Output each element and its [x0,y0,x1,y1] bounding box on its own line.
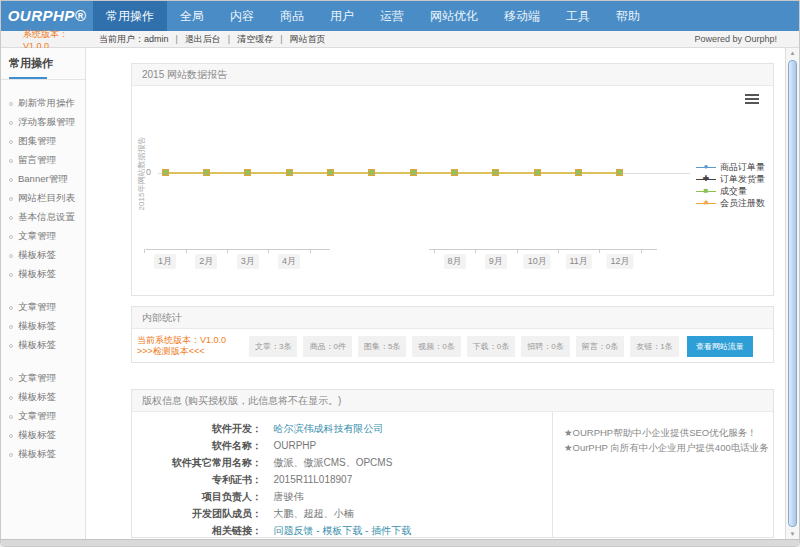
legend-item[interactable]: ★ 会员注册数 [696,197,765,209]
x-axis-label: 3月 [237,254,259,269]
nav-item[interactable]: 用户 [317,1,367,31]
bullet-icon [9,415,13,419]
nav-item[interactable]: 工具 [553,1,603,31]
current-version-label: 当前系统版本：V1.0.0 [137,335,249,346]
system-version-block: 当前系统版本：V1.0.0 >>>检测版本<<< [137,335,249,357]
sidebar: 常用操作 刷新常用操作浮动客服管理图集管理留言管理Banner管理网站栏目列表基… [1,48,86,539]
nav-menu: 常用操作全局内容商品用户运营网站优化移动端工具帮助 [93,1,653,31]
bullet-icon [9,396,13,400]
scroll-down-icon[interactable]: ▼ [786,531,799,537]
sidebar-item[interactable]: Banner管理 [1,170,85,189]
stat-badge: 友链：1条 [630,336,678,357]
legend-marker-icon: ■ [696,187,716,196]
statusbar-link[interactable]: 网站首页 [273,33,325,46]
sidebar-item[interactable]: 模板标签 [1,336,85,355]
chart-menu-icon[interactable] [745,94,759,106]
check-version-link[interactable]: >>>检测版本<<< [137,346,205,356]
sidebar-item[interactable]: 文章管理 [1,298,85,317]
scrollbar-thumb[interactable] [788,60,797,527]
data-point-marker [203,169,210,176]
copyright-row: 软件其它常用名称： 傲派、傲派CMS、OPCMS [132,453,552,470]
x-axis-segment [429,249,657,250]
data-point-marker [327,169,334,176]
legend-item[interactable]: ✚ 订单发货量 [696,173,765,185]
copyright-row-label: 专利证书： [132,472,262,487]
statusbar-link[interactable]: 退出后台 [169,33,221,46]
legend-marker-icon: ✚ [696,175,716,184]
data-point-marker [451,169,458,176]
window-bottom-frame [1,539,799,546]
scroll-up-icon[interactable]: ▲ [786,50,799,56]
x-axis-label: 1月 [154,254,176,269]
bullet-icon [9,102,13,106]
stat-badges: 文章：3条商品：0件图集：5条视频：0条下载：0条招聘：0条留言：0条友链：1条 [249,336,679,357]
nav-item[interactable]: 全局 [167,1,217,31]
copyright-row-value: 哈尔滨伟成科技有限公司 [273,423,383,434]
sidebar-item[interactable]: 刷新常用操作 [1,94,85,113]
legend-marker-icon: ★ [696,199,716,208]
bullet-icon [9,306,13,310]
copyright-row-value: 问题反馈 - 模板下载 - 插件下载 [273,525,411,536]
stats-panel-header: 内部统计 [132,307,773,329]
data-point-marker [368,169,375,176]
sidebar-item[interactable]: 文章管理 [1,407,85,426]
bullet-icon [9,453,13,457]
x-axis-label: 4月 [278,254,300,269]
copyright-row-value: OURPHP [273,440,316,451]
sidebar-item[interactable]: 模板标签 [1,388,85,407]
sidebar-item[interactable]: 模板标签 [1,426,85,445]
copyright-info: 软件开发： 哈尔滨伟成科技有限公司 软件名称： OURPHP 软件其它常用名称：… [132,412,552,538]
sidebar-item[interactable]: 图集管理 [1,132,85,151]
chart-y-axis-label: 2015年网站数据报告 [136,122,147,226]
nav-item[interactable]: 网站优化 [417,1,491,31]
nav-item[interactable]: 移动端 [491,1,553,31]
stat-badge: 招聘：0条 [521,336,569,357]
promo-note: ★OURPHP帮助中小企业提供SEO优化服务！ [564,425,773,440]
bullet-icon [9,377,13,381]
statusbar-links: 退出后台清空缓存网站首页 [169,33,326,46]
sidebar-item[interactable]: 留言管理 [1,151,85,170]
statusbar-link[interactable]: 清空缓存 [221,33,273,46]
sidebar-item[interactable]: 文章管理 [1,227,85,246]
nav-item[interactable]: 常用操作 [93,1,167,31]
view-traffic-button[interactable]: 查看网站流量 [687,336,753,357]
x-axis-label: 9月 [485,254,507,269]
stat-badge: 图集：5条 [358,336,406,357]
x-axis-label: 8月 [444,254,466,269]
sidebar-title: 常用操作 [1,48,85,71]
bullet-icon [9,325,13,329]
legend-item[interactable]: ■ 成交量 [696,185,765,197]
bullet-icon [9,159,13,163]
vertical-scrollbar[interactable]: ▲ ▼ [785,48,799,539]
nav-item[interactable]: 内容 [217,1,267,31]
stat-badge: 文章：3条 [249,336,297,357]
bullet-icon [9,273,13,277]
sidebar-item[interactable]: 模板标签 [1,317,85,336]
sidebar-item[interactable]: 基本信息设置 [1,208,85,227]
legend-item[interactable]: ● 商品订单量 [696,161,765,173]
nav-item[interactable]: 运营 [367,1,417,31]
copyright-row-value: 傲派、傲派CMS、OPCMS [273,457,392,468]
stat-badge: 下载：0条 [467,336,515,357]
x-axis-label: 10月 [524,254,551,269]
sidebar-item[interactable]: 网站栏目列表 [1,189,85,208]
sidebar-item[interactable]: 文章管理 [1,369,85,388]
powered-by-label: Powered by Ourphp! [694,34,777,44]
copyright-row-label: 开发团队成员： [132,506,262,521]
top-nav: OURPHP® 常用操作全局内容商品用户运营网站优化移动端工具帮助 [1,1,799,31]
sidebar-item[interactable]: 模板标签 [1,265,85,284]
main-content: 2015 网站数据报告 2015年网站数据报告 0 ● 商品订单量 ✚ 订单发货… [87,49,785,539]
divider [1,79,85,80]
copyright-row-label: 相关链接： [132,523,262,538]
current-user-label: 当前用户：admin [99,33,169,46]
bullet-icon [9,254,13,258]
data-point-marker [286,169,293,176]
copyright-row: 软件名称： OURPHP [132,436,552,453]
sidebar-item[interactable]: 模板标签 [1,445,85,464]
sidebar-item[interactable]: 浮动客服管理 [1,113,85,132]
copyright-row: 相关链接： 问题反馈 - 模板下载 - 插件下载 [132,521,552,538]
nav-item[interactable]: 商品 [267,1,317,31]
nav-item[interactable]: 帮助 [603,1,653,31]
sidebar-item[interactable]: 模板标签 [1,246,85,265]
copyright-row: 软件开发： 哈尔滨伟成科技有限公司 [132,419,552,436]
